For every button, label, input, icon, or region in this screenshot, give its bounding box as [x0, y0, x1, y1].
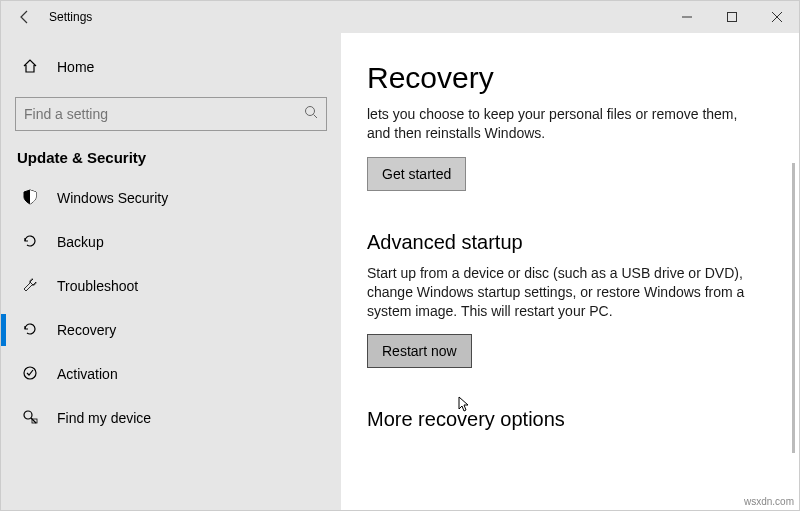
more-recovery-heading: More recovery options: [367, 408, 773, 431]
svg-line-5: [314, 115, 318, 119]
home-label: Home: [57, 59, 94, 75]
scrollbar[interactable]: [792, 163, 795, 453]
search-icon: [304, 105, 318, 123]
sidebar-item-label: Find my device: [57, 410, 151, 426]
arrow-left-icon: [17, 9, 33, 25]
advanced-startup-heading: Advanced startup: [367, 231, 773, 254]
main-panel: Recovery lets you choose to keep your pe…: [341, 33, 799, 510]
sidebar-item-activation[interactable]: Activation: [1, 352, 341, 396]
svg-point-7: [24, 411, 32, 419]
maximize-button[interactable]: [709, 1, 754, 33]
home-icon: [21, 58, 39, 77]
get-started-button[interactable]: Get started: [367, 157, 466, 191]
page-title: Recovery: [367, 61, 773, 95]
minimize-icon: [682, 12, 692, 22]
svg-point-4: [306, 107, 315, 116]
sidebar-item-troubleshoot[interactable]: Troubleshoot: [1, 264, 341, 308]
wrench-icon: [21, 277, 39, 296]
category-header: Update & Security: [1, 141, 341, 176]
sidebar-item-windows-security[interactable]: Windows Security: [1, 176, 341, 220]
recovery-icon: [21, 321, 39, 340]
sidebar: Home Update & Security Windows Security: [1, 33, 341, 510]
sidebar-item-recovery[interactable]: Recovery: [1, 308, 341, 352]
sidebar-item-label: Recovery: [57, 322, 116, 338]
find-device-icon: [21, 409, 39, 428]
backup-icon: [21, 233, 39, 252]
activation-icon: [21, 365, 39, 384]
reset-description: lets you choose to keep your personal fi…: [367, 105, 747, 143]
sidebar-item-find-my-device[interactable]: Find my device: [1, 396, 341, 440]
search-box[interactable]: [15, 97, 327, 131]
sidebar-item-label: Windows Security: [57, 190, 168, 206]
restart-now-button[interactable]: Restart now: [367, 334, 472, 368]
maximize-icon: [727, 12, 737, 22]
sidebar-item-label: Troubleshoot: [57, 278, 138, 294]
close-button[interactable]: [754, 1, 799, 33]
minimize-button[interactable]: [664, 1, 709, 33]
app-title: Settings: [49, 10, 92, 24]
shield-icon: [21, 189, 39, 208]
sidebar-item-backup[interactable]: Backup: [1, 220, 341, 264]
sidebar-item-label: Activation: [57, 366, 118, 382]
sidebar-item-label: Backup: [57, 234, 104, 250]
close-icon: [772, 12, 782, 22]
home-nav[interactable]: Home: [1, 45, 341, 89]
back-button[interactable]: [1, 9, 49, 25]
watermark: wsxdn.com: [744, 496, 794, 507]
titlebar: Settings: [1, 1, 799, 33]
search-input[interactable]: [24, 106, 304, 122]
svg-rect-1: [727, 13, 736, 22]
advanced-startup-description: Start up from a device or disc (such as …: [367, 264, 767, 321]
